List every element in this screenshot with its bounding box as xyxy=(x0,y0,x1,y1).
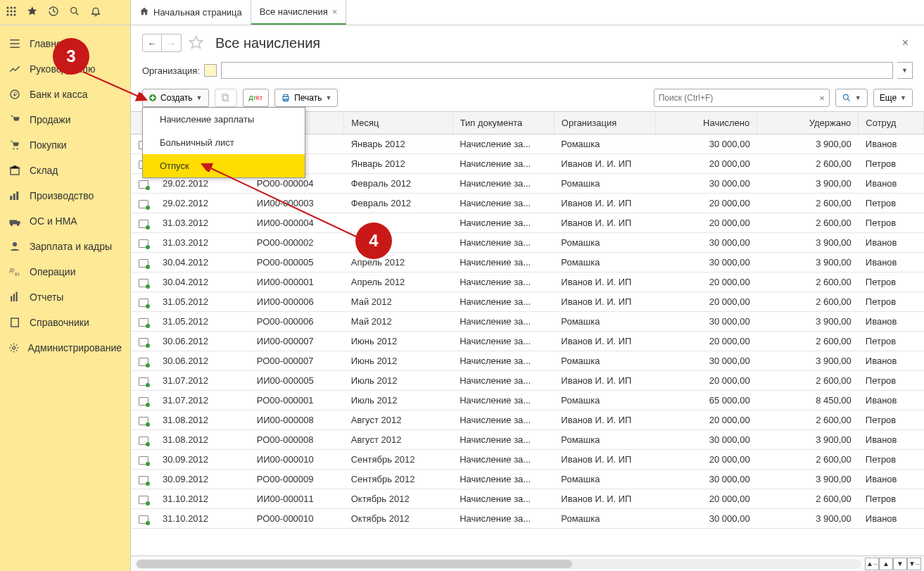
svg-line-37 xyxy=(83,72,145,99)
callout-4: 4 xyxy=(355,222,392,259)
svg-line-38 xyxy=(203,165,356,237)
callout-3: 3 xyxy=(53,38,89,75)
